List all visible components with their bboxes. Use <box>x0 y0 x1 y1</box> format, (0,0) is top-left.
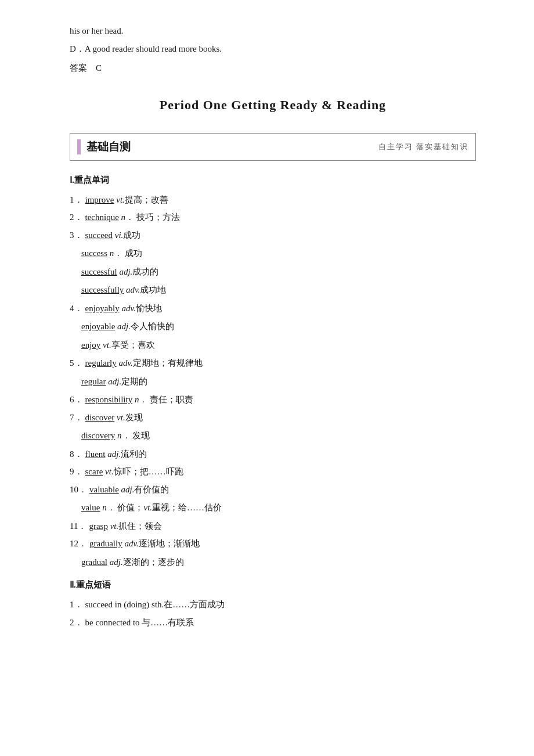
word-pos-enjoyable: adj. <box>117 322 131 331</box>
word-pos-6: n． <box>135 395 148 404</box>
word-derivative-discovery: discovery n． 发现 <box>70 427 476 444</box>
section-title: 基础自测 <box>86 137 131 157</box>
word-en-enjoyable: enjoyable <box>81 322 115 331</box>
phrase-text-2: be connected to 与……有联系 <box>85 614 194 631</box>
word-num-5: 5． <box>70 355 83 372</box>
word-num-2: 2． <box>70 209 83 226</box>
word-en-11: grasp <box>89 521 108 531</box>
word-pos-4: adv. <box>121 304 135 313</box>
word-en-3: succeed <box>85 231 113 240</box>
word-en-success: success <box>81 249 107 258</box>
word-zh-success: 成功 <box>122 249 142 258</box>
section-bar-decoration <box>77 139 81 154</box>
word-item-5: 5． regularly adv.定期地；有规律地 <box>70 355 476 372</box>
word-pos-10: adj. <box>121 485 135 494</box>
word-item-10: 10． valuable adj.有价值的 <box>70 481 476 498</box>
word-pos-value-n: n． <box>102 503 116 512</box>
section-header: 基础自测 自主学习 落实基础知识 <box>70 133 476 161</box>
phrase-item-2: 2． be connected to 与……有联系 <box>70 614 476 631</box>
top-line2: D．A good reader should read more books. <box>70 41 476 57</box>
word-en-8: fluent <box>85 449 106 459</box>
word-item-6: 6． responsibility n． 责任；职责 <box>70 391 476 408</box>
word-num-4: 4． <box>70 300 83 317</box>
word-pos-5: adv. <box>118 358 132 368</box>
word-zh-8: 流利的 <box>121 449 147 459</box>
word-pos-2: n． <box>121 213 135 222</box>
word-en-5: regularly <box>85 358 117 368</box>
phrase-item-1: 1． succeed in (doing) sth.在……方面成功 <box>70 596 476 613</box>
word-zh-11: 抓住；领会 <box>118 521 162 531</box>
word-zh-regular: 定期的 <box>121 377 147 386</box>
word-item-2: 2． technique n． 技巧；方法 <box>70 209 476 226</box>
word-en-2: technique <box>85 213 119 222</box>
word-zh-5: 定期地；有规律地 <box>133 358 203 368</box>
word-derivative-regular: regular adj.定期的 <box>70 373 476 390</box>
word-en-10: valuable <box>89 485 119 494</box>
word-en-regular: regular <box>81 377 106 386</box>
word-pos-3: vi. <box>115 231 124 240</box>
word-item-9: 9． scare vt.惊吓；把……吓跑 <box>70 463 476 480</box>
word-en-discovery: discovery <box>81 431 115 440</box>
word-zh-3: 成功 <box>123 231 140 240</box>
word-item-11: 11． grasp vt.抓住；领会 <box>70 518 476 535</box>
vocab-title: Ⅰ.重点单词 <box>70 172 476 188</box>
word-en-enjoy: enjoy <box>81 340 100 350</box>
word-zh-successful: 成功的 <box>132 267 158 276</box>
phrase-num-2: 2． <box>70 614 83 631</box>
word-pos-successful: adj. <box>119 267 132 276</box>
word-pos-regular: adj. <box>108 377 121 386</box>
word-item-12: 12． gradually adv.逐渐地；渐渐地 <box>70 535 476 552</box>
word-num-10: 10． <box>70 481 87 498</box>
word-pos-value-vt: vt. <box>143 503 152 512</box>
word-zh-discovery: 发现 <box>131 431 150 440</box>
word-zh-9: 惊吓；把……吓跑 <box>114 467 183 476</box>
word-zh-enjoy: 享受；喜欢 <box>111 340 155 350</box>
word-zh-4: 愉快地 <box>136 304 162 313</box>
phrase-text-1: succeed in (doing) sth.在……方面成功 <box>85 596 225 613</box>
word-num-3: 3． <box>70 227 83 244</box>
word-pos-gradual: adj. <box>110 557 123 567</box>
word-item-8: 8． fluent adj.流利的 <box>70 446 476 463</box>
word-en-6: responsibility <box>85 395 133 404</box>
section-subtitle: 自主学习 落实基础知识 <box>378 140 468 153</box>
word-derivative-successfully: successfully adv.成功地 <box>70 282 476 298</box>
word-derivative-enjoy: enjoy vt.享受；喜欢 <box>70 337 476 354</box>
period-title: Period One Getting Ready & Reading <box>70 93 476 117</box>
word-zh-value-vt: 重视；给……估价 <box>152 503 222 512</box>
word-item-1: 1． improve vt.提高；改善 <box>70 192 476 208</box>
word-derivative-successful: successful adj.成功的 <box>70 264 476 280</box>
word-zh-enjoyable: 令人愉快的 <box>131 322 174 331</box>
word-zh-successfully: 成功地 <box>140 285 166 294</box>
word-zh-value-n: 价值； <box>116 503 144 512</box>
word-num-9: 9． <box>70 463 83 480</box>
word-num-8: 8． <box>70 446 83 463</box>
word-en-successful: successful <box>81 267 117 276</box>
word-num-6: 6． <box>70 391 83 408</box>
phrase-num-1: 1． <box>70 596 83 613</box>
word-pos-discovery: n． <box>117 431 131 440</box>
word-en-1: improve <box>85 195 114 204</box>
word-item-3: 3． succeed vi.成功 <box>70 227 476 244</box>
word-pos-7: vt. <box>117 413 125 422</box>
word-zh-6: 责任；职责 <box>147 395 193 404</box>
word-pos-11: vt. <box>110 521 119 531</box>
word-zh-2: 技巧；方法 <box>134 213 180 222</box>
word-item-4: 4． enjoyably adv.愉快地 <box>70 300 476 317</box>
word-zh-10: 有价值的 <box>134 485 169 494</box>
word-pos-8: adj. <box>107 449 121 459</box>
word-en-gradual: gradual <box>81 557 107 567</box>
word-zh-12: 逐渐地；渐渐地 <box>139 539 200 548</box>
word-item-7: 7． discover vt.发现 <box>70 409 476 426</box>
word-pos-12: adv. <box>124 539 138 548</box>
word-num-7: 7． <box>70 409 83 426</box>
phrase-title: Ⅱ.重点短语 <box>70 577 476 593</box>
word-zh-gradual: 逐渐的；逐步的 <box>123 557 184 567</box>
word-en-value: value <box>81 503 100 512</box>
word-en-9: scare <box>85 467 103 476</box>
word-en-7: discover <box>85 413 115 422</box>
word-zh-7: 发现 <box>125 413 143 422</box>
word-pos-enjoy: vt. <box>103 340 111 350</box>
top-line1: his or her head. <box>70 23 476 39</box>
word-zh-1: 提高；改善 <box>125 195 168 204</box>
word-pos-1: vt. <box>116 195 125 204</box>
